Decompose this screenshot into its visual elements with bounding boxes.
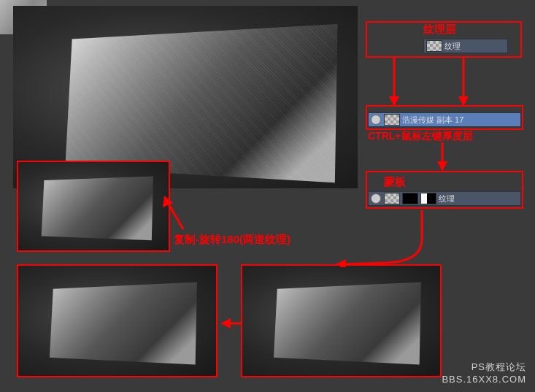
- svg-line-6: [167, 201, 183, 229]
- ctrl-click-hint: CTRL+鼠标左键厚度层: [368, 130, 473, 143]
- arrow-down-icon: [387, 57, 401, 107]
- svg-marker-5: [437, 161, 447, 172]
- extruded-3d-text: [65, 24, 337, 182]
- arrow-down-icon: [435, 142, 450, 172]
- svg-marker-10: [336, 259, 346, 267]
- svg-marker-3: [458, 96, 469, 107]
- layer-mask-thumb: [426, 40, 442, 52]
- watermark: PS教程论坛 BBS.16XX8.COM: [442, 361, 526, 386]
- arrow-left-icon: [220, 317, 244, 330]
- small-preview-2: 颜色加深: [17, 264, 218, 377]
- mini-3d-text: [274, 283, 421, 365]
- layer-name: 浩漫传媒 副本 17: [402, 115, 463, 126]
- visibility-eye-icon[interactable]: [371, 115, 381, 125]
- watermark-line2: BBS.16XX8.COM: [442, 374, 526, 386]
- mini-3d-text: [50, 283, 197, 365]
- mini-3d-text: [41, 176, 153, 240]
- texture-layer-label: 纹理层: [423, 23, 456, 36]
- layer-thumb: [384, 114, 400, 126]
- layer-name: 纹理: [444, 41, 461, 52]
- svg-marker-7: [163, 196, 173, 207]
- layer-mask-thumb-black: [402, 193, 418, 204]
- arrow-diag-icon: [163, 196, 186, 232]
- layer-mask-thumb-split: [420, 193, 436, 204]
- arrow-curve-icon: [336, 210, 423, 267]
- layer-row-texture[interactable]: 纹理: [423, 39, 508, 53]
- copy-rotate-label: 复制-旋转180(两道纹理): [174, 233, 290, 247]
- mask-label: 蒙板: [384, 175, 406, 189]
- layer-name: 纹理: [439, 193, 455, 204]
- layer-row-mask[interactable]: 纹理: [368, 191, 521, 206]
- visibility-eye-icon[interactable]: [371, 193, 381, 204]
- small-preview-3: [241, 264, 442, 377]
- layer-row-copy[interactable]: 浩漫传媒 副本 17: [368, 112, 521, 127]
- svg-marker-1: [389, 96, 399, 107]
- layer-thumb: [384, 193, 400, 204]
- watermark-line1: PS教程论坛: [442, 361, 526, 374]
- small-preview-1: [17, 161, 170, 252]
- svg-marker-9: [220, 318, 231, 328]
- arrow-down-icon: [456, 57, 471, 107]
